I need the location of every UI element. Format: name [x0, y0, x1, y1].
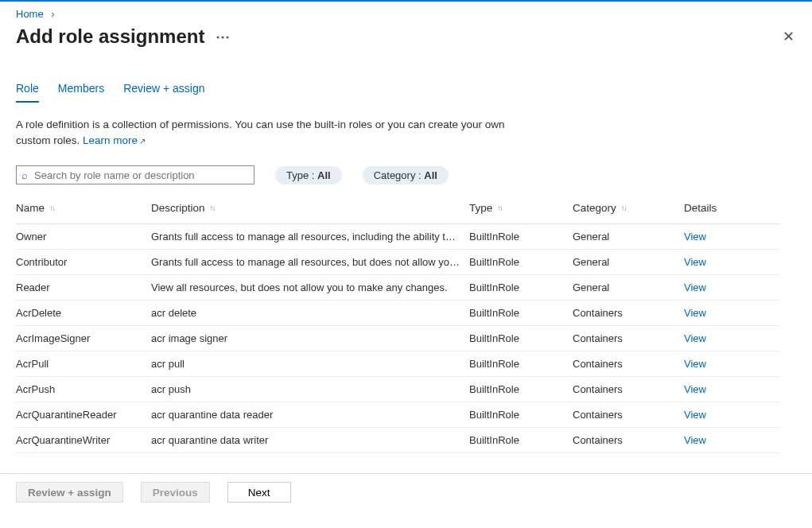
tab-members[interactable]: Members: [58, 77, 104, 103]
cell-description: Grants full access to manage all resourc…: [151, 256, 469, 268]
previous-button: Previous: [141, 482, 210, 503]
filter-type[interactable]: Type : All: [275, 166, 342, 184]
sort-icon: ↑↓: [621, 204, 626, 212]
page-title-wrap: Add role assignment ⋯: [16, 25, 231, 48]
filter-category-value: All: [424, 169, 437, 181]
cell-type: BuiltInRole: [469, 307, 573, 319]
cell-category: Containers: [573, 307, 684, 319]
col-type-label: Type: [469, 202, 492, 214]
cell-category: General: [573, 281, 684, 293]
cell-name: AcrPush: [16, 383, 151, 395]
cell-type: BuiltInRole: [469, 383, 573, 395]
filter-type-value: All: [317, 169, 331, 181]
view-details-link[interactable]: View: [684, 332, 763, 344]
view-details-link[interactable]: View: [684, 281, 763, 293]
cell-category: General: [573, 256, 684, 268]
cell-type: BuiltInRole: [469, 409, 573, 421]
sort-icon: ↑↓: [210, 204, 215, 212]
cell-name: AcrDelete: [16, 307, 151, 319]
close-icon[interactable]: ✕: [781, 23, 796, 50]
cell-description: View all resources, but does not allow y…: [151, 281, 469, 293]
cell-description: acr quarantine data reader: [151, 409, 469, 421]
cell-type: BuiltInRole: [469, 434, 573, 446]
cell-category: General: [573, 231, 684, 243]
search-input[interactable]: [33, 168, 249, 182]
cell-category: Containers: [573, 409, 684, 421]
cell-name: AcrImageSigner: [16, 332, 151, 344]
view-details-link[interactable]: View: [684, 409, 763, 421]
table-row[interactable]: AcrQuarantineWriteracr quarantine data w…: [16, 428, 779, 453]
roles-table: Name ↑↓ Description ↑↓ Type ↑↓ Category …: [16, 192, 779, 453]
horizontal-scrollbar[interactable]: [0, 515, 812, 528]
col-type[interactable]: Type ↑↓: [469, 202, 573, 214]
table-header: Name ↑↓ Description ↑↓ Type ↑↓ Category …: [16, 192, 779, 224]
learn-more-label: Learn more: [83, 134, 138, 146]
cell-category: Containers: [573, 332, 684, 344]
chevron-right-icon: ›: [51, 8, 54, 20]
view-details-link[interactable]: View: [684, 383, 763, 395]
col-description-label: Description: [151, 202, 205, 214]
toolbar: ⌕ Type : All Category : All: [16, 165, 796, 184]
cell-description: acr push: [151, 383, 469, 395]
filter-category[interactable]: Category : All: [363, 166, 449, 184]
cell-description: acr quarantine data writer: [151, 434, 469, 446]
page-header: Add role assignment ⋯ ✕: [0, 20, 812, 58]
view-details-link[interactable]: View: [684, 307, 763, 319]
next-button[interactable]: Next: [227, 482, 291, 503]
cell-category: Containers: [573, 383, 684, 395]
cell-type: BuiltInRole: [469, 231, 573, 243]
cell-name: Contributor: [16, 256, 151, 268]
view-details-link[interactable]: View: [684, 358, 763, 370]
external-link-icon: ↗: [139, 137, 146, 146]
cell-name: AcrPull: [16, 358, 151, 370]
table-row[interactable]: AcrPullacr pullBuiltInRoleContainersView: [16, 351, 779, 377]
table-row[interactable]: AcrImageSigneracr image signerBuiltInRol…: [16, 326, 779, 351]
table-body: OwnerGrants full access to manage all re…: [16, 224, 779, 453]
view-details-link[interactable]: View: [684, 256, 763, 268]
table-row[interactable]: ContributorGrants full access to manage …: [16, 250, 779, 275]
cell-description: Grants full access to manage all resourc…: [151, 231, 469, 243]
main-scroll[interactable]: Role Members Review + assign A role defi…: [0, 58, 812, 473]
sort-icon: ↑↓: [49, 204, 54, 212]
search-box[interactable]: ⌕: [16, 165, 254, 184]
cell-name: AcrQuarantineWriter: [16, 434, 151, 446]
page-title: Add role assignment: [16, 25, 204, 48]
learn-more-link[interactable]: Learn more↗: [83, 134, 146, 146]
col-name[interactable]: Name ↑↓: [16, 202, 151, 214]
table-row[interactable]: AcrQuarantineReaderacr quarantine data r…: [16, 402, 779, 428]
filter-category-label: Category :: [374, 169, 425, 181]
view-details-link[interactable]: View: [684, 434, 763, 446]
col-category-label: Category: [573, 202, 616, 214]
cell-category: Containers: [573, 358, 684, 370]
col-category[interactable]: Category ↑↓: [573, 202, 684, 214]
table-row[interactable]: ReaderView all resources, but does not a…: [16, 275, 779, 301]
tab-bar: Role Members Review + assign: [16, 77, 796, 103]
breadcrumb-home[interactable]: Home: [16, 8, 44, 20]
view-details-link[interactable]: View: [684, 231, 763, 243]
breadcrumb: Home ›: [0, 2, 812, 20]
cell-type: BuiltInRole: [469, 332, 573, 344]
review-assign-button: Review + assign: [16, 482, 123, 503]
table-row[interactable]: OwnerGrants full access to manage all re…: [16, 224, 779, 250]
col-description[interactable]: Description ↑↓: [151, 202, 469, 214]
description-text: A role definition is a collection of per…: [16, 117, 525, 148]
cell-name: Reader: [16, 281, 151, 293]
col-name-label: Name: [16, 202, 45, 214]
cell-type: BuiltInRole: [469, 358, 573, 370]
page-root: Home › Add role assignment ⋯ ✕ Role Memb…: [0, 0, 812, 528]
cell-type: BuiltInRole: [469, 256, 573, 268]
search-icon: ⌕: [21, 169, 28, 181]
col-details: Details: [684, 202, 763, 214]
cell-description: acr delete: [151, 307, 469, 319]
tab-role[interactable]: Role: [16, 77, 39, 103]
more-actions-icon[interactable]: ⋯: [216, 28, 231, 45]
tab-review-assign[interactable]: Review + assign: [123, 77, 204, 103]
cell-name: Owner: [16, 231, 151, 243]
col-details-label: Details: [684, 202, 717, 214]
footer-bar: Review + assign Previous Next: [0, 473, 812, 515]
cell-type: BuiltInRole: [469, 281, 573, 293]
table-row[interactable]: AcrDeleteacr deleteBuiltInRoleContainers…: [16, 301, 779, 326]
sort-icon: ↑↓: [497, 204, 502, 212]
table-row[interactable]: AcrPushacr pushBuiltInRoleContainersView: [16, 377, 779, 402]
cell-name: AcrQuarantineReader: [16, 409, 151, 421]
